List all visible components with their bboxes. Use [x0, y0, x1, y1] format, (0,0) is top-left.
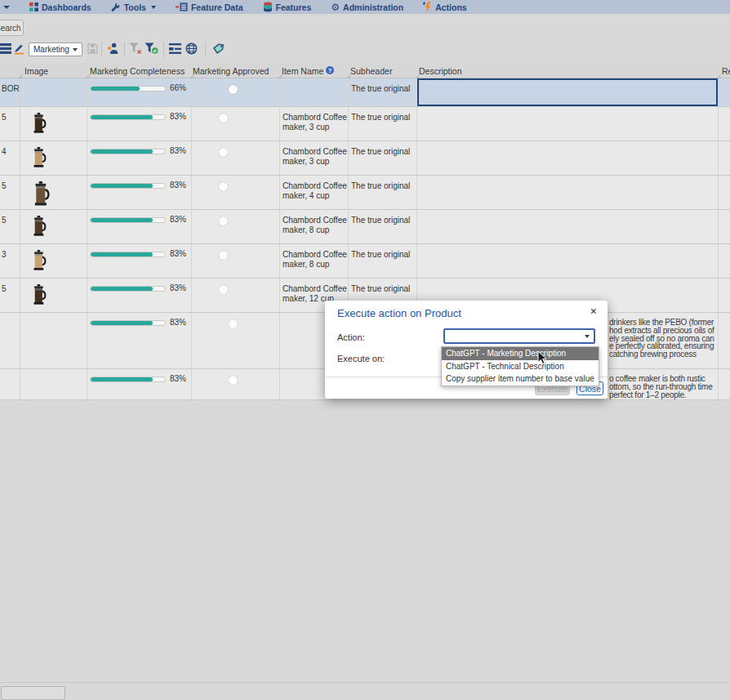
table-row[interactable]: 5 83% Chambord Coffee maker, 4 cup The t…	[0, 176, 730, 210]
view-select[interactable]: Marketing	[29, 42, 82, 56]
subheader-cell[interactable]: The true original	[349, 141, 417, 175]
nav-item-actions[interactable]: Actions	[423, 2, 467, 12]
rows-icon[interactable]	[0, 42, 11, 57]
pen-icon[interactable]	[13, 42, 24, 58]
col-header-marketing-completeness[interactable]: Marketing Completeness	[90, 66, 185, 76]
image-cell[interactable]	[20, 313, 87, 368]
nav-item-feature-data[interactable]: Feature Data	[176, 2, 243, 12]
related-cell[interactable]	[719, 176, 730, 209]
gear-icon: ⚙	[331, 2, 340, 12]
action-option[interactable]: ChatGPT - Marketing Description	[442, 347, 599, 360]
related-cell[interactable]	[719, 369, 730, 399]
image-cell[interactable]	[20, 107, 87, 140]
description-cell[interactable]	[417, 210, 719, 243]
row-label-cell[interactable]: BOR	[0, 78, 20, 106]
row-label-cell[interactable]	[0, 369, 20, 399]
coffee-maker-image	[30, 147, 47, 168]
item-name-cell[interactable]: Chambord Coffee maker, 8 cup	[280, 244, 349, 278]
related-cell[interactable]	[719, 141, 730, 175]
globe-icon[interactable]	[185, 42, 198, 58]
nav-item-tools[interactable]: Tools	[111, 2, 156, 12]
item-name-cell[interactable]: Chambord Coffee maker, 4 cup	[280, 176, 349, 209]
marketing-completeness-cell[interactable]: 83%	[87, 313, 192, 368]
nav-item-administration[interactable]: ⚙ Administration	[331, 2, 403, 12]
marketing-completeness-cell[interactable]: 83%	[87, 210, 192, 243]
col-header-item-name[interactable]: Item Name?	[282, 66, 334, 76]
description-cell[interactable]	[417, 176, 719, 209]
col-header-related[interactable]: Re	[722, 66, 730, 76]
nav-item-dashboards[interactable]: Dashboards	[29, 2, 91, 12]
action-select[interactable]	[443, 328, 595, 344]
close-icon[interactable]: ×	[590, 305, 597, 318]
table-row[interactable]: 5 83% Chambord Coffee maker, 3 cup The t…	[0, 107, 730, 141]
related-cell[interactable]	[719, 313, 730, 368]
action-option[interactable]: Copy supplier item number to base value	[442, 372, 599, 386]
item-name-cell[interactable]: Chambord Coffee maker, 3 cup	[280, 141, 349, 175]
related-cell[interactable]	[719, 244, 730, 278]
subheader-cell[interactable]: The true original	[349, 244, 417, 278]
nav-item-label: Dashboards	[42, 2, 91, 12]
table-row[interactable]: 3 83% Chambord Coffee maker, 8 cup The t…	[0, 244, 730, 279]
subheader-cell[interactable]: The true original	[349, 107, 417, 140]
related-cell[interactable]	[719, 78, 730, 106]
row-label-cell[interactable]: 4	[0, 141, 20, 175]
footer-status-box[interactable]	[1, 686, 65, 700]
subheader-cell[interactable]: The true original	[349, 176, 417, 209]
nav-item-features[interactable]: Features	[263, 2, 312, 12]
chevron-down-icon[interactable]	[3, 6, 10, 9]
description-cell[interactable]	[417, 244, 719, 278]
description-cell[interactable]	[417, 107, 719, 140]
related-cell[interactable]	[719, 279, 730, 312]
marketing-completeness-cell[interactable]: 83%	[87, 279, 192, 312]
related-cell[interactable]	[719, 210, 730, 243]
image-cell[interactable]	[20, 78, 87, 106]
columns-icon[interactable]	[169, 42, 181, 57]
marketing-completeness-cell[interactable]: 83%	[87, 244, 192, 278]
marketing-completeness-cell[interactable]: 66%	[87, 78, 192, 106]
item-name-cell[interactable]: Chambord Coffee maker, 8 cup	[280, 210, 349, 243]
toolbar-divider	[205, 42, 206, 57]
image-cell[interactable]	[20, 210, 87, 243]
action-label: Action:	[337, 332, 365, 342]
col-header-marketing-approved[interactable]: Marketing Approved	[193, 66, 269, 76]
subheader-cell[interactable]: The true original	[349, 210, 417, 243]
tab-search[interactable]: Search	[0, 20, 24, 36]
marketing-completeness-cell[interactable]: 83%	[87, 176, 192, 209]
related-cell[interactable]	[719, 107, 730, 140]
action-option[interactable]: ChatGPT - Technical Description	[442, 360, 599, 373]
item-name-cell[interactable]	[280, 78, 349, 106]
help-icon[interactable]: ?	[326, 66, 334, 76]
image-cell[interactable]	[20, 279, 87, 312]
row-label-cell[interactable]: 5	[0, 210, 20, 243]
tag-icon[interactable]	[211, 42, 225, 59]
item-name-cell[interactable]: Chambord Coffee maker, 3 cup	[280, 107, 349, 140]
col-header-image[interactable]: Image	[24, 66, 48, 76]
completeness-progress-bar	[90, 114, 166, 120]
assign-user-icon[interactable]	[107, 42, 119, 57]
description-cell[interactable]	[417, 78, 719, 106]
image-cell[interactable]	[20, 176, 87, 209]
col-header-description[interactable]: Description	[419, 66, 462, 76]
col-header-subheader[interactable]: Subheader	[350, 66, 392, 76]
image-cell[interactable]	[20, 141, 87, 175]
marketing-completeness-cell[interactable]: 83%	[87, 107, 192, 140]
row-label-cell[interactable]: 5	[0, 107, 20, 140]
row-label-cell[interactable]: 5	[0, 176, 20, 209]
marketing-completeness-cell[interactable]: 83%	[87, 141, 192, 175]
completeness-value: 83%	[170, 249, 186, 278]
row-label-cell[interactable]	[0, 313, 20, 368]
save-icon[interactable]	[87, 42, 98, 57]
filter-clear-icon[interactable]	[129, 42, 142, 57]
image-cell[interactable]	[20, 244, 87, 278]
description-cell[interactable]	[417, 141, 719, 175]
table-row[interactable]: 4 83% Chambord Coffee maker, 3 cup The t…	[0, 141, 730, 176]
subheader-cell[interactable]: The true original	[349, 78, 417, 106]
row-label-cell[interactable]: 5	[0, 279, 20, 312]
image-cell[interactable]	[20, 369, 87, 399]
filter-apply-icon[interactable]	[145, 42, 158, 57]
row-label: 4	[2, 147, 7, 156]
table-row[interactable]: BOR 66% The true original	[0, 78, 730, 107]
row-label-cell[interactable]: 3	[0, 244, 20, 278]
table-row[interactable]: 5 83% Chambord Coffee maker, 8 cup The t…	[0, 210, 730, 244]
marketing-completeness-cell[interactable]: 83%	[87, 369, 192, 399]
